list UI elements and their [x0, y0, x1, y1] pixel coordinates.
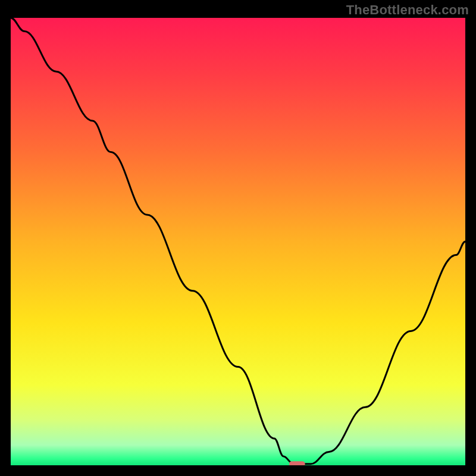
optimal-marker — [289, 461, 305, 465]
chart-frame: TheBottleneck.com — [0, 0, 476, 476]
watermark-label: TheBottleneck.com — [346, 2, 469, 18]
chart-svg — [11, 18, 465, 465]
gradient-background — [11, 18, 465, 465]
plot-area — [11, 18, 465, 465]
